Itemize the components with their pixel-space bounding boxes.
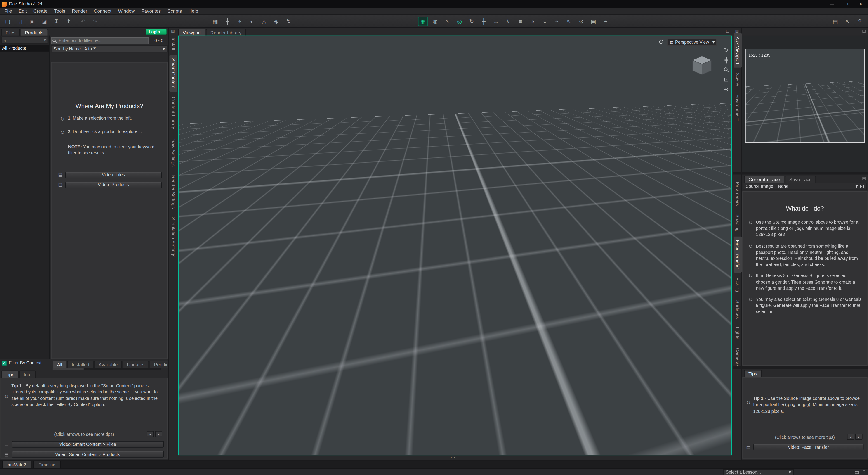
tab-timeline[interactable]: Timeline <box>33 461 61 468</box>
rotate-tool-icon[interactable]: ↻ <box>467 17 477 26</box>
tab-info[interactable]: Info <box>19 370 36 378</box>
dform-tool-icon[interactable]: # <box>503 17 513 26</box>
chevron-down-icon[interactable]: ▾ <box>856 184 858 189</box>
aim-tool-icon[interactable]: ⊕ <box>724 86 729 92</box>
pane-menu-icon[interactable]: ▤ <box>726 29 730 34</box>
tab-viewport[interactable]: Viewport <box>178 29 206 36</box>
frame-tool-icon[interactable]: ⊡ <box>724 77 729 83</box>
export-icon[interactable]: ↥ <box>64 17 74 26</box>
aim-camera-icon[interactable]: ⌖ <box>552 17 562 26</box>
menu-connect[interactable]: Connect <box>91 8 115 14</box>
universal-tool-icon[interactable]: ◎ <box>455 17 465 26</box>
dock-tab-install[interactable]: Install <box>169 34 178 53</box>
dock-tab-render-settings[interactable]: Render Settings <box>169 172 178 212</box>
viewport-resize-handle[interactable]: ⋯ <box>451 455 455 460</box>
filter-tab-installed[interactable]: Installed <box>67 360 94 368</box>
status-help-icon[interactable]: ? <box>863 470 865 475</box>
dock-tab-parameters[interactable]: Parameters <box>734 178 742 209</box>
horizontal-scrollbar[interactable] <box>53 368 161 370</box>
filter-tab-updates[interactable]: Updates <box>123 360 149 368</box>
help-icon[interactable]: ? <box>855 17 865 26</box>
tab-files[interactable]: Files <box>1 29 20 36</box>
viewport-canvas[interactable]: ▦ Perspective View ▾ ↻ ╋ ⊡ ⊕ <box>178 35 732 455</box>
pane-menu-icon[interactable]: ▤ <box>171 29 175 33</box>
video-products-button[interactable]: Video: Products <box>65 182 162 188</box>
render-settings-icon[interactable]: ⊘ <box>576 17 586 26</box>
dock-tab-scene[interactable]: Scene <box>734 69 742 89</box>
status-panel-icon[interactable]: ▤ <box>855 470 859 475</box>
create-magnet-icon[interactable]: ↯ <box>283 17 293 26</box>
create-group-icon[interactable]: ╋ <box>222 17 232 26</box>
previous-tip-button[interactable]: ◂ <box>147 431 154 437</box>
pane-menu-icon[interactable]: ▤ <box>735 29 739 33</box>
measure-metrics-icon[interactable]: ≡ <box>515 17 525 26</box>
figure-setup-icon[interactable]: ◒ <box>540 17 550 26</box>
tab-generate-face[interactable]: Generate Face <box>744 176 784 183</box>
video-smart-content-files-button[interactable]: Video: Smart Content > Files <box>11 441 164 447</box>
menu-render[interactable]: Render <box>68 8 91 14</box>
filter-by-context-checkbox[interactable]: ✓ <box>2 360 6 365</box>
documentation-icon[interactable]: ▤ <box>830 17 840 26</box>
search-input[interactable] <box>51 37 149 44</box>
create-dform-icon[interactable]: ◈ <box>271 17 281 26</box>
video-smart-content-products-button[interactable]: Video: Smart Content > Products <box>11 451 164 457</box>
dock-tab-simulation-settings[interactable]: Simulation Settings <box>169 214 178 261</box>
sort-combo[interactable]: Sort by Name : A to Z ▾ <box>51 46 168 53</box>
headlamp-icon[interactable] <box>658 39 664 46</box>
scene-list-icon[interactable]: ≣ <box>296 17 306 26</box>
aux-viewport-canvas[interactable]: 1623 : 1235 <box>745 49 865 143</box>
tab-save-face[interactable]: Save Face <box>785 176 816 183</box>
dock-tab-posing[interactable]: Posing <box>734 274 742 295</box>
orbit-tool-icon[interactable]: ↻ <box>724 47 729 53</box>
view-cube[interactable] <box>689 54 715 77</box>
filter-tab-all[interactable]: All <box>53 360 67 368</box>
pane-menu-icon[interactable]: ▤ <box>862 176 866 181</box>
translate-tool-icon[interactable]: ╋ <box>479 17 489 26</box>
tab-animate2[interactable]: aniMate2 <box>2 461 32 468</box>
category-all-products[interactable]: All Products <box>0 45 49 51</box>
dock-tab-smart-content[interactable]: Smart Content <box>169 55 178 92</box>
pane-splitter[interactable] <box>733 366 868 369</box>
filter-tab-available[interactable]: Available <box>94 360 122 368</box>
pane-splitter[interactable] <box>733 172 868 174</box>
dock-tab-lights[interactable]: Lights <box>734 324 742 343</box>
menu-help[interactable]: Help <box>185 8 202 14</box>
minimize-button[interactable]: — <box>825 0 839 8</box>
previous-tip-button[interactable]: ◂ <box>847 434 854 440</box>
render-icon[interactable]: ◓ <box>600 17 611 26</box>
whats-this-icon[interactable]: ↖ <box>842 17 852 26</box>
menu-window[interactable]: Window <box>115 8 138 14</box>
create-camera-icon[interactable]: ⌖ <box>235 17 245 26</box>
browse-folder-icon[interactable]: ◱ <box>860 184 864 189</box>
tab-products[interactable]: Products <box>20 29 48 36</box>
perspective-sphere-icon[interactable]: ◍ <box>430 17 440 26</box>
source-image-selector[interactable]: Source Image : None ▾ ◱ <box>743 183 867 190</box>
menu-edit[interactable]: Edit <box>16 8 30 14</box>
menu-tools[interactable]: Tools <box>51 8 68 14</box>
node-selection-tool-icon[interactable]: ↖ <box>442 17 452 26</box>
maximize-button[interactable]: □ <box>839 0 854 8</box>
dock-tab-environment[interactable]: Environment <box>734 91 742 124</box>
tab-render-library[interactable]: Render Library <box>206 29 246 36</box>
next-tip-button[interactable]: ▸ <box>855 434 863 440</box>
login-button[interactable]: Login... <box>146 29 166 35</box>
redo-icon[interactable]: ↷ <box>90 17 100 26</box>
dock-tab-aux-viewport[interactable]: Aux Viewport <box>734 33 742 68</box>
create-light-icon[interactable]: ◐ <box>247 17 257 26</box>
dock-tab-face-transfer[interactable]: Face Transfer <box>734 237 742 272</box>
menu-scripts[interactable]: Scripts <box>164 8 185 14</box>
menu-favorites[interactable]: Favorites <box>138 8 164 14</box>
create-node-icon[interactable]: ▦ <box>211 17 220 26</box>
close-button[interactable]: × <box>854 0 868 8</box>
menu-create[interactable]: Create <box>30 8 51 14</box>
filter-by-context[interactable]: ✓ Filter By Context <box>2 360 41 365</box>
scrollbar-handle[interactable] <box>53 368 84 370</box>
dock-tab-content-library[interactable]: Content Library <box>169 94 178 132</box>
category-filter-combo[interactable]: ◱ ▾ <box>1 37 48 44</box>
tab-tips[interactable]: Tips <box>744 370 762 377</box>
surface-selection-tool-icon[interactable]: ◑ <box>528 17 537 26</box>
video-files-button[interactable]: Video: Files <box>65 172 162 178</box>
open-file-icon[interactable]: ◱ <box>15 17 25 26</box>
undo-icon[interactable]: ↶ <box>78 17 88 26</box>
dock-tab-surfaces[interactable]: Surfaces <box>734 297 742 322</box>
